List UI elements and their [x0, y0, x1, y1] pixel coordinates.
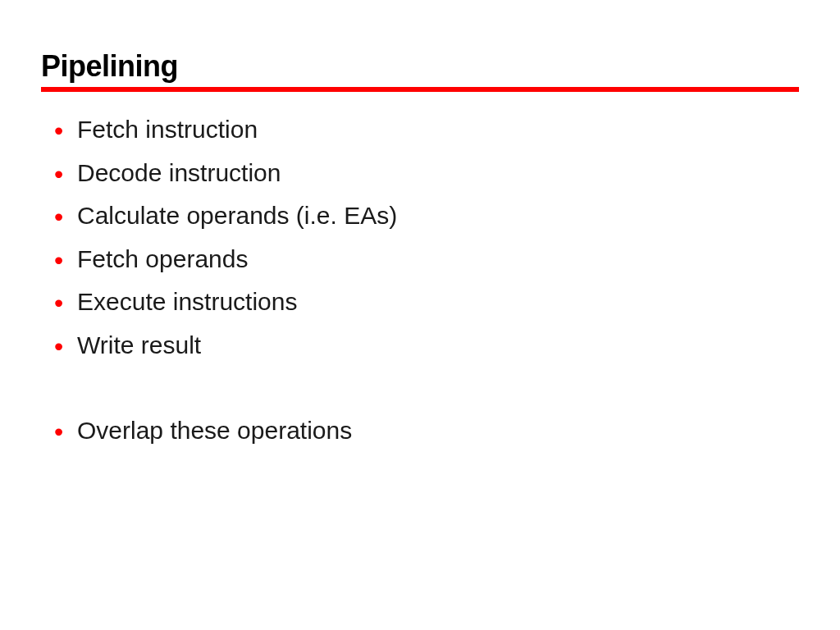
list-item: Overlap these operations — [77, 409, 799, 453]
slide-title: Pipelining — [41, 49, 799, 84]
title-divider — [41, 87, 799, 92]
list-item: Decode instruction — [77, 152, 799, 195]
bullet-list-primary: Fetch instruction Decode instruction Cal… — [41, 108, 799, 367]
list-item: Fetch operands — [77, 238, 799, 281]
list-item: Calculate operands (i.e. EAs) — [77, 194, 799, 238]
bullet-list-secondary: Overlap these operations — [41, 409, 799, 453]
list-item: Execute instructions — [77, 281, 799, 324]
spacer — [41, 367, 799, 409]
list-item: Fetch instruction — [77, 108, 799, 152]
list-item: Write result — [77, 324, 799, 368]
